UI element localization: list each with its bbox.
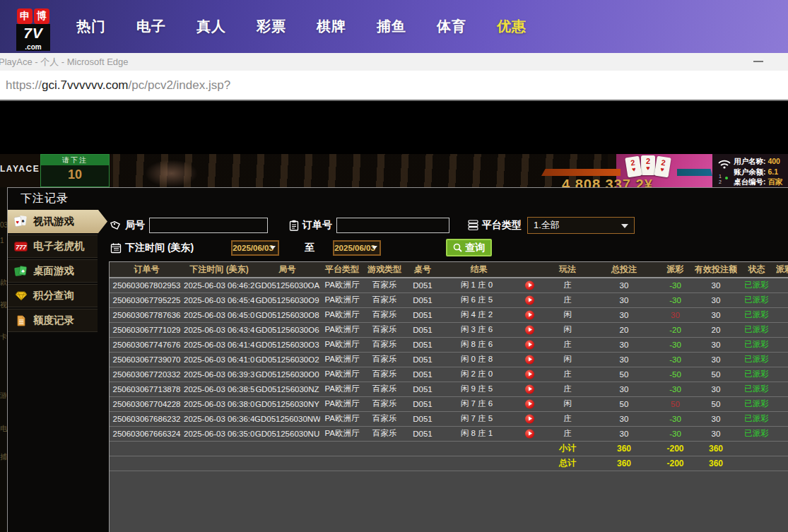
- platform-type: PA欧洲厅: [320, 307, 364, 322]
- payout-time: [776, 337, 788, 352]
- round-no: GD051256030O0: [254, 367, 320, 382]
- game-type: 百家乐: [364, 352, 405, 367]
- svg-text:♠: ♠: [22, 218, 25, 224]
- round-no-input[interactable]: [149, 218, 268, 233]
- nav-item-slots[interactable]: 电子: [136, 17, 166, 36]
- table-header-row: 订单号 下注时间 (美东) 局号 平台类型 游戏类型 桌号 结果 玩法 总投注 …: [110, 262, 788, 278]
- panel-content: 局号 订单号 平台类型 1.全部: [98, 210, 788, 532]
- bg-fragment: 03: [0, 221, 7, 229]
- replay-play-icon[interactable]: [525, 325, 534, 334]
- total-valid-bet: 360: [695, 456, 737, 471]
- result-text: 闲 8 庄 6: [440, 339, 513, 350]
- col-header-round-no: 局号: [254, 262, 320, 278]
- valid-bet: 30: [695, 337, 737, 352]
- sidebar-item-slot-machines[interactable]: 777 电子老虎机: [8, 235, 98, 258]
- video-orange-bar: [541, 169, 621, 176]
- site-logo[interactable]: 申 博 7V .com: [15, 8, 52, 54]
- url-text: https://gci.7vvvvvv.com/pc/pcv2/index.js…: [6, 71, 230, 100]
- round-no: GD051256030OA: [254, 278, 320, 292]
- col-header-play-method: 玩法: [543, 262, 592, 278]
- replay-play-icon[interactable]: [525, 414, 534, 423]
- bet-time: 2025-06-03 06:45:45: [184, 292, 254, 307]
- round-no: GD051256030NU: [254, 426, 320, 441]
- total-bet: 30: [592, 352, 656, 367]
- nav-item-sports[interactable]: 体育: [437, 17, 466, 36]
- payout: -50: [656, 367, 695, 382]
- table-row: 2506030677476762025-06-03 06:41:46GD0512…: [110, 337, 788, 352]
- date-to-select[interactable]: 2025/06/03: [333, 240, 381, 256]
- order-no-label: 订单号: [302, 219, 332, 232]
- replay-play-icon[interactable]: [525, 340, 534, 349]
- platform-type-select[interactable]: 1.全部: [527, 217, 635, 234]
- replay-play-icon[interactable]: [525, 355, 534, 364]
- order-no-input[interactable]: [336, 218, 449, 233]
- query-button[interactable]: 查询: [446, 239, 492, 256]
- bet-time: 2025-06-03 06:46:27: [184, 278, 254, 292]
- background-edge-strip: 031款视卡游电捕: [0, 187, 7, 532]
- jackpot-amount: 4,808,337.2¥: [562, 177, 653, 187]
- card-2-hearts: 2♥: [641, 155, 655, 175]
- col-header-table-no: 桌号: [405, 262, 440, 278]
- date-from-select[interactable]: 2025/06/03: [231, 240, 279, 256]
- round-no-label: 局号: [125, 219, 145, 232]
- round-no: GD051256030O2: [254, 352, 320, 367]
- payout-time: [776, 307, 788, 322]
- nav-item-lottery[interactable]: 彩票: [257, 17, 286, 36]
- empty-cell: [364, 456, 405, 471]
- minimize-icon[interactable]: [753, 61, 763, 62]
- bet-time: 2025-06-03 06:43:45: [184, 322, 254, 337]
- round-no: GD051256030O6: [254, 322, 320, 337]
- nav-item-live[interactable]: 真人: [196, 17, 226, 36]
- nav-item-fishing[interactable]: 捕鱼: [377, 17, 406, 36]
- sidebar-item-points-query[interactable]: 积分查询: [8, 284, 98, 307]
- status: 已派彩: [737, 352, 776, 367]
- total-bet: 30: [592, 337, 656, 352]
- filter-row-1: 局号 订单号 平台类型 1.全部: [110, 216, 635, 234]
- result: 闲 2 庄 0: [440, 367, 543, 382]
- replay-play-icon[interactable]: [525, 295, 534, 305]
- game-type: 百家乐: [364, 322, 405, 337]
- bet-records-table-wrap: 订单号 下注时间 (美东) 局号 平台类型 游戏类型 桌号 结果 玩法 总投注 …: [109, 261, 788, 532]
- subtotal-label: 小计: [543, 441, 592, 456]
- result-text: 闲 4 庄 2: [440, 309, 513, 320]
- replay-play-icon[interactable]: [525, 370, 534, 379]
- platform-type: PA欧洲厅: [320, 278, 364, 292]
- total-total-bet: 360: [592, 456, 656, 471]
- order-no: 250603067704228: [110, 396, 184, 411]
- replay-play-icon[interactable]: [525, 399, 534, 408]
- url-scheme: https://: [6, 78, 42, 92]
- sidebar-item-live-games[interactable]: ♠♥ 视讯游戏: [8, 210, 107, 233]
- chevron-down-icon: [270, 246, 276, 249]
- empty-cell: [254, 456, 320, 471]
- table-row: 2506030677390702025-06-03 06:41:02GD0512…: [110, 352, 788, 367]
- replay-play-icon[interactable]: [525, 280, 534, 290]
- card-2-hearts: 2♥: [654, 156, 671, 178]
- empty-cell: [776, 441, 788, 456]
- replay-play-icon[interactable]: [525, 384, 534, 394]
- payout: 30: [656, 307, 695, 322]
- sidebar-item-table-games[interactable]: ♣ 桌面游戏: [8, 259, 98, 283]
- bet-records-table: 订单号 下注时间 (美东) 局号 平台类型 游戏类型 桌号 结果 玩法 总投注 …: [110, 262, 788, 471]
- payout: -30: [656, 292, 695, 307]
- play-method: 庄: [543, 278, 592, 292]
- order-no: 250603067795225: [110, 292, 184, 307]
- nav-item-hot[interactable]: 热门: [76, 17, 106, 36]
- table-no: D051: [405, 322, 440, 337]
- platform-type-icon: [468, 220, 478, 230]
- browser-address-bar[interactable]: https://gci.7vvvvvv.com/pc/pcv2/index.js…: [0, 71, 788, 101]
- play-method: 庄: [543, 411, 592, 426]
- replay-play-icon[interactable]: [525, 429, 534, 438]
- replay-play-icon[interactable]: [525, 310, 534, 319]
- sidebar-item-credit-records[interactable]: 额度记录: [8, 309, 98, 332]
- payout-time: [776, 367, 788, 382]
- table-no: D051: [405, 367, 440, 382]
- play-method: 闲: [543, 396, 592, 411]
- nav-item-promo[interactable]: 优惠: [497, 17, 527, 36]
- chevron-down-icon: [372, 246, 377, 249]
- status: 已派彩: [737, 307, 776, 322]
- total-bet: 30: [592, 278, 656, 292]
- payout: -30: [656, 352, 695, 367]
- round-no: GD051256030O9: [254, 292, 320, 307]
- date-to-value: 2025/06/03: [334, 244, 375, 252]
- nav-item-cards[interactable]: 棋牌: [317, 17, 346, 36]
